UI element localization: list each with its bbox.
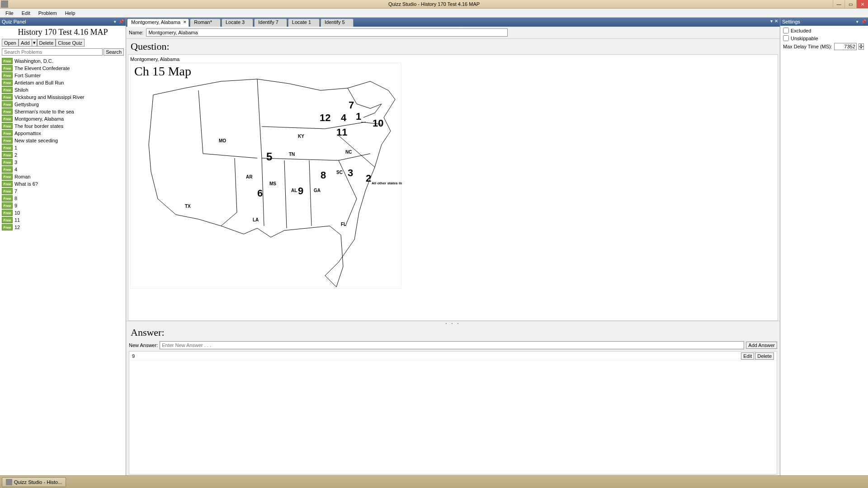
tab[interactable]: Identify 5	[321, 19, 354, 27]
problem-item[interactable]: FreeGettysburg	[0, 101, 126, 108]
free-badge: Free	[2, 94, 13, 100]
edit-answer-button[interactable]: Edit	[741, 352, 754, 360]
delete-button[interactable]: Delete	[37, 39, 56, 47]
tab[interactable]: Roman*	[190, 19, 221, 27]
delay-input[interactable]	[834, 43, 857, 50]
problem-item[interactable]: Free11	[0, 216, 126, 224]
problem-item[interactable]: FreeNew state seceding	[0, 137, 126, 144]
app-icon	[1, 0, 8, 8]
free-badge: Free	[2, 72, 13, 79]
question-content[interactable]: Montgomery, Alabama Ch 15 Map	[128, 54, 778, 321]
tab[interactable]: Montgomery, Alabama✕	[127, 19, 189, 27]
free-badge: Free	[2, 195, 13, 202]
maximize-button[interactable]: ▭	[844, 0, 856, 8]
quiz-panel: Quiz Panel ▾ 📌 History 170 Test 4.16 MAP…	[0, 18, 126, 475]
free-badge: Free	[2, 145, 13, 151]
free-badge: Free	[2, 116, 13, 122]
problem-item[interactable]: FreeRoman	[0, 173, 126, 180]
add-dropdown[interactable]: ▾	[32, 39, 37, 47]
label-mo: MO	[219, 138, 226, 143]
panel-pin-icon[interactable]: 📌	[118, 19, 125, 24]
search-button[interactable]: Search	[104, 48, 124, 56]
free-badge: Free	[2, 210, 13, 216]
menu-problem[interactable]: Problem	[35, 9, 61, 17]
map-num-2: 2	[366, 173, 371, 184]
map-num-10: 10	[373, 117, 383, 129]
tabbar-close-icon[interactable]: ✕	[774, 19, 778, 23]
problem-item[interactable]: FreeMontgomery, Alabama	[0, 115, 126, 122]
problem-item[interactable]: FreeVicksburg and Mississippi River	[0, 94, 126, 101]
add-answer-button[interactable]: Add Answer	[746, 342, 777, 349]
excluded-checkbox[interactable]	[783, 28, 789, 33]
problem-list[interactable]: FreeWashington, D.C.FreeThe Elevent Conf…	[0, 56, 126, 475]
free-badge: Free	[2, 123, 13, 129]
problem-item[interactable]: FreeSherman's route to the sea	[0, 108, 126, 115]
settings-title: Settings	[782, 19, 800, 24]
close-button[interactable]: ✕	[856, 0, 868, 8]
delay-up-icon[interactable]: ▲	[859, 43, 864, 47]
problem-item[interactable]: Free7	[0, 188, 126, 195]
taskbar-app-button[interactable]: Quizz Studio - Histo...	[2, 477, 66, 487]
problem-item[interactable]: FreeShiloh	[0, 86, 126, 94]
problem-item[interactable]: FreeFort Sumter	[0, 72, 126, 79]
problem-label: 1	[14, 145, 17, 150]
problem-item[interactable]: Free12	[0, 224, 126, 231]
problem-item[interactable]: FreeWashington, D.C.	[0, 57, 126, 65]
delete-answer-button[interactable]: Delete	[755, 352, 774, 360]
problem-label: 2	[14, 152, 17, 158]
map-num-5: 5	[266, 150, 272, 163]
menu-file[interactable]: File	[2, 9, 17, 17]
tab[interactable]: Identify 7	[254, 19, 287, 27]
delay-down-icon[interactable]: ▼	[859, 47, 864, 50]
tab[interactable]: Locate 3	[222, 19, 253, 27]
splitter[interactable]: • • •	[126, 321, 780, 325]
problem-item[interactable]: FreeThe Elevent Confederate	[0, 65, 126, 72]
tab[interactable]: Locate 1	[288, 19, 320, 27]
map-num-1: 1	[356, 111, 361, 122]
problem-item[interactable]: FreeAppomattox	[0, 130, 126, 137]
problem-item[interactable]: Free3	[0, 159, 126, 166]
quiz-toolbar: Open Add ▾ Delete Close Quiz	[0, 38, 126, 47]
label-ms: MS	[269, 181, 276, 186]
menubar: File Edit Problem Help	[0, 9, 868, 18]
quiz-name: History 170 Test 4.16 MAP	[0, 26, 126, 38]
free-badge: Free	[2, 58, 13, 64]
problem-item[interactable]: Free8	[0, 195, 126, 202]
free-badge: Free	[2, 101, 13, 108]
open-button[interactable]: Open	[2, 39, 19, 47]
new-answer-input[interactable]	[160, 341, 744, 349]
problem-item[interactable]: FreeAntietam and Bull Run	[0, 79, 126, 86]
problem-item[interactable]: Free2	[0, 151, 126, 159]
free-badge: Free	[2, 202, 13, 209]
problem-item[interactable]: Free9	[0, 202, 126, 209]
problem-item[interactable]: Free10	[0, 209, 126, 216]
unskippable-checkbox[interactable]	[783, 35, 789, 41]
tabbar-dropdown-icon[interactable]: ▾	[770, 19, 773, 23]
problem-label: 4	[14, 167, 17, 172]
settings-pin-icon[interactable]: 📌	[860, 19, 867, 24]
settings-dropdown-icon[interactable]: ▾	[855, 19, 859, 24]
minimize-button[interactable]: —	[833, 0, 844, 8]
search-input[interactable]	[2, 48, 103, 56]
label-fl: FL	[341, 222, 346, 227]
panel-dropdown-icon[interactable]: ▾	[113, 19, 117, 24]
free-badge: Free	[2, 166, 13, 173]
problem-item[interactable]: Free4	[0, 166, 126, 173]
tab-close-icon[interactable]: ✕	[183, 20, 187, 24]
taskbar: Quizz Studio - Histo...	[0, 475, 868, 488]
label-tx: TX	[185, 204, 191, 209]
delay-label: Max Delay Time (MS):	[783, 44, 832, 49]
problem-label: Appomattox	[14, 131, 41, 136]
close-quiz-button[interactable]: Close Quiz	[56, 39, 85, 47]
name-input[interactable]	[146, 28, 508, 37]
free-badge: Free	[2, 130, 13, 136]
problem-item[interactable]: FreeWhat is 6?	[0, 180, 126, 188]
free-badge: Free	[2, 188, 13, 194]
settings-panel: Settings ▾ 📌 Excluded Unskippable Max De…	[780, 18, 868, 475]
menu-edit[interactable]: Edit	[18, 9, 34, 17]
map-note: All other states listed	[372, 181, 402, 185]
problem-item[interactable]: FreeThe four border states	[0, 122, 126, 130]
problem-item[interactable]: Free1	[0, 144, 126, 151]
add-button[interactable]: Add	[19, 39, 32, 47]
menu-help[interactable]: Help	[61, 9, 79, 17]
